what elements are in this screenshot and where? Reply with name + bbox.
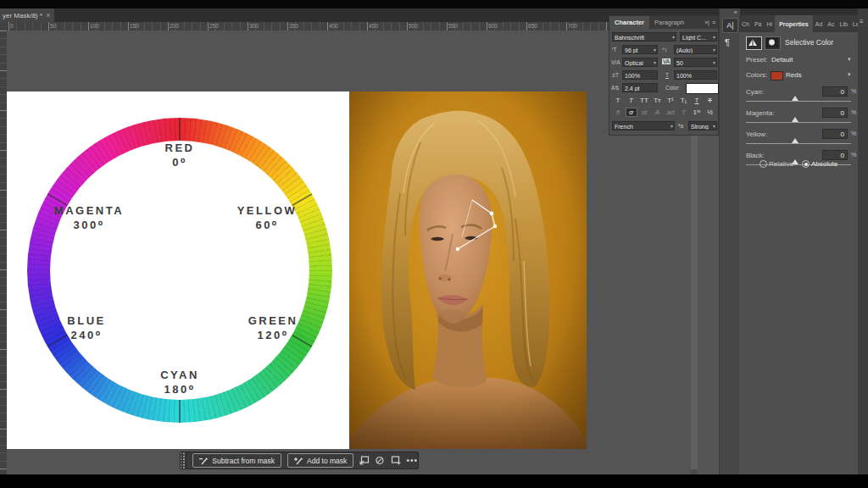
dock-top-spacer bbox=[719, 8, 868, 15]
vertical-scale-value: 100% bbox=[625, 73, 640, 79]
invert-mask-button[interactable] bbox=[375, 454, 386, 467]
slider-cyan: Cyan:0% bbox=[739, 86, 858, 108]
opentype-2-button[interactable]: ơ bbox=[626, 108, 637, 117]
tab-character[interactable]: Character bbox=[609, 16, 649, 29]
font-family-dropdown[interactable]: Bahnschrift ▾ bbox=[612, 32, 676, 42]
properties-panel: ChPaHiPropertiesAdAcLibLe Selective Colo… bbox=[739, 15, 858, 474]
ruler-tick-label: 250 bbox=[208, 22, 219, 30]
add-to-mask-button[interactable]: Add to mask bbox=[287, 453, 353, 468]
leading-field[interactable]: (Auto) ▾ bbox=[674, 45, 717, 54]
opentype-4-button[interactable]: A bbox=[652, 108, 664, 117]
opentype-5-button[interactable]: ad bbox=[665, 108, 676, 117]
type-style-8-button[interactable]: T bbox=[704, 96, 716, 105]
absolute-radio[interactable] bbox=[802, 160, 810, 168]
collapse-panels-icon[interactable]: « bbox=[734, 8, 737, 16]
type-style-2-button[interactable]: T bbox=[626, 96, 637, 105]
preset-dropdown-arrow[interactable]: ▾ bbox=[848, 56, 851, 63]
panel-collapse-icon[interactable]: »| bbox=[704, 19, 709, 25]
tab-properties[interactable]: Properties bbox=[775, 15, 813, 32]
font-style-dropdown[interactable]: Light C... ▾ bbox=[680, 32, 717, 42]
slider-unit: % bbox=[851, 88, 856, 94]
taskbar-more-options-button[interactable]: ••• bbox=[407, 456, 419, 465]
tab-pa[interactable]: Pa bbox=[752, 15, 765, 32]
type-style-5-button[interactable]: T¹ bbox=[665, 96, 676, 105]
opentype-1-button[interactable]: fi bbox=[612, 108, 624, 117]
slider-track[interactable] bbox=[746, 143, 851, 144]
tracking-field[interactable]: 50 ▾ bbox=[674, 58, 717, 67]
chevron-down-icon: ▾ bbox=[713, 122, 715, 130]
character-panel-icon[interactable]: A| bbox=[722, 18, 738, 33]
tab-ac[interactable]: Ac bbox=[825, 15, 837, 32]
font-size-icon: ᵗT bbox=[612, 47, 616, 53]
opentype-6-button[interactable]: T bbox=[678, 108, 690, 117]
colors-dropdown-arrow[interactable]: ▾ bbox=[848, 71, 851, 78]
chevron-down-icon: ▾ bbox=[670, 122, 673, 130]
tab-le[interactable]: Le bbox=[850, 15, 858, 32]
horizontal-scale-field[interactable]: 100% bbox=[674, 70, 717, 80]
selective-color-adjustment-icon[interactable] bbox=[746, 36, 762, 50]
preset-label: Preset: bbox=[746, 56, 767, 64]
horizontal-scale-value: 100% bbox=[676, 73, 692, 79]
tab-hi[interactable]: Hi bbox=[765, 15, 776, 32]
type-style-6-button[interactable]: T₁ bbox=[678, 96, 690, 105]
document-tab[interactable]: yer Mask/8) * × bbox=[0, 8, 54, 22]
slider-thumb[interactable] bbox=[792, 96, 798, 101]
hue-degrees: 60⁰ bbox=[237, 219, 298, 233]
tab-paragraph[interactable]: Paragraph bbox=[649, 16, 689, 29]
kerning-field[interactable]: Optical ▾ bbox=[622, 58, 658, 67]
portrait-photo bbox=[349, 92, 587, 449]
slider-value-field[interactable]: 0 bbox=[822, 150, 848, 160]
type-style-3-button[interactable]: TT bbox=[638, 96, 650, 105]
slider-label: Yellow: bbox=[746, 130, 767, 138]
absolute-label[interactable]: Absolute bbox=[811, 160, 837, 168]
taskbar-drag-handle[interactable] bbox=[181, 452, 186, 469]
vertical-scale-field[interactable]: 100% bbox=[622, 70, 658, 80]
opentype-8-button[interactable]: ½ bbox=[704, 108, 716, 117]
layer-mask-icon[interactable] bbox=[765, 36, 781, 50]
vertical-scale-icon: ꞮT bbox=[612, 72, 619, 79]
opentype-7-button[interactable]: 1ˢᵗ bbox=[691, 108, 703, 117]
opentype-3-button[interactable]: st bbox=[638, 108, 650, 117]
output-layer-button[interactable] bbox=[359, 454, 370, 467]
font-size-field[interactable]: 96 pt ▾ bbox=[622, 45, 658, 54]
language-dropdown[interactable]: French ▾ bbox=[612, 121, 675, 130]
chevron-down-icon: ▾ bbox=[713, 58, 715, 67]
close-icon[interactable]: × bbox=[46, 11, 50, 19]
document-canvas[interactable]: RED0⁰YELLOW60⁰GREEN120⁰CYAN180⁰BLUE240⁰M… bbox=[7, 92, 587, 449]
baseline-shift-field[interactable]: 2.4 pt bbox=[622, 83, 658, 92]
subtract-from-mask-button[interactable]: Subtract from mask bbox=[192, 453, 281, 468]
slider-track[interactable] bbox=[746, 122, 851, 123]
slider-label: Cyan: bbox=[746, 88, 764, 96]
color-wheel-center bbox=[50, 141, 309, 400]
relative-radio[interactable] bbox=[760, 160, 767, 168]
text-color-swatch[interactable] bbox=[686, 83, 719, 94]
slider-value-field[interactable]: 0 bbox=[822, 86, 848, 97]
colors-dropdown[interactable]: Reds bbox=[786, 71, 802, 79]
slider-thumb[interactable] bbox=[792, 117, 798, 122]
preset-dropdown[interactable]: Default bbox=[771, 56, 793, 64]
antialias-dropdown[interactable]: Strong ▾ bbox=[688, 121, 717, 130]
panel-menu-icon[interactable]: ≡ bbox=[712, 19, 715, 25]
baseline-shift-icon: A⇅ bbox=[611, 85, 620, 92]
type-style-7-button[interactable]: T bbox=[691, 96, 703, 105]
dock-right-edge: ≡ bbox=[858, 8, 868, 474]
panel-menu-icon[interactable]: ≡ bbox=[860, 18, 864, 25]
slider-track[interactable] bbox=[746, 101, 851, 102]
slider-value-field[interactable]: 0 bbox=[822, 108, 848, 118]
tab-ad[interactable]: Ad bbox=[813, 15, 826, 32]
document-title: yer Mask/8) * bbox=[3, 12, 42, 19]
bottom-bar bbox=[0, 474, 868, 488]
relative-label[interactable]: Relative bbox=[769, 160, 793, 168]
type-style-4-button[interactable]: Tᴛ bbox=[652, 96, 664, 105]
vertical-scrollbar-thumb[interactable] bbox=[691, 134, 698, 469]
paragraph-panel-icon[interactable]: ¶ bbox=[725, 37, 730, 47]
type-style-1-button[interactable]: T bbox=[612, 96, 624, 105]
tab-lib[interactable]: Lib bbox=[837, 15, 850, 32]
slider-value-field[interactable]: 0 bbox=[822, 129, 848, 139]
tab-ch[interactable]: Ch bbox=[739, 15, 752, 32]
properties-tab-strip: ChPaHiPropertiesAdAcLibLe bbox=[739, 15, 858, 32]
slider-thumb[interactable] bbox=[792, 138, 798, 143]
slider-black: Black:0% bbox=[739, 150, 858, 171]
ruler-tick-label: 500 bbox=[407, 22, 418, 30]
new-layer-with-mask-button[interactable] bbox=[391, 454, 402, 467]
